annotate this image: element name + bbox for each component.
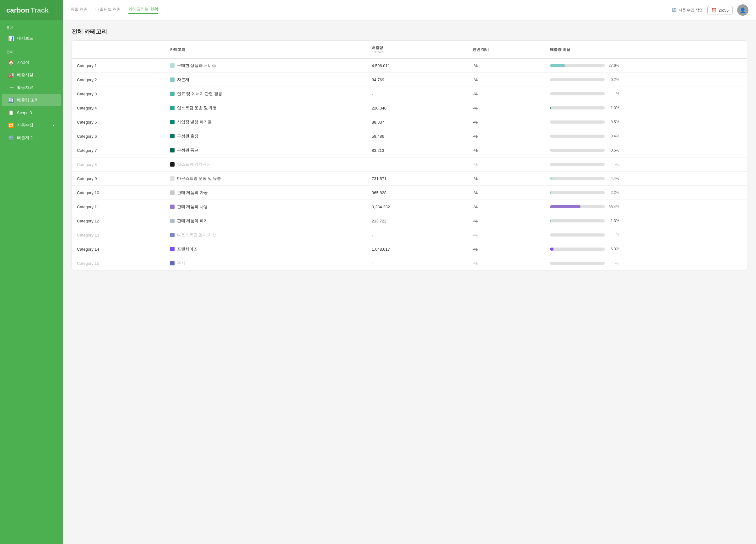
auto-collect-button[interactable]: 🔄 자동 수집 작업 xyxy=(672,8,703,13)
cell-emission: 731.571 xyxy=(367,172,467,186)
bar-fill xyxy=(550,149,550,152)
category-name-text: 구매한 상품과 서비스 xyxy=(177,63,216,68)
bar-background xyxy=(550,64,605,67)
cell-category-name: 다운스트림 운송 및 유통 xyxy=(165,172,367,186)
bar-background xyxy=(550,149,605,152)
sidebar-item-emission-coeff[interactable]: ⚙️ 배출계수 xyxy=(2,132,61,144)
cell-emission-ratio: 0.2% xyxy=(545,73,747,87)
col-header-category-name: 카테고리 xyxy=(165,41,367,59)
tab-by-category[interactable]: 카테고리별 현황 xyxy=(128,6,158,14)
col-header-prev-year: 전년 대비 xyxy=(467,41,545,59)
bar-fill xyxy=(550,219,551,223)
category-name-text: 판매 제품의 폐기 xyxy=(177,218,208,224)
category-name-text: 업스트림 운송 및 유통 xyxy=(177,105,217,111)
sidebar-item-business[interactable]: 🏠 사업장 xyxy=(2,57,61,68)
table-row: Category 10판매 제품의 가공365.828-%2.2% xyxy=(72,186,747,200)
sidebar-item-auto-collect[interactable]: 🔁 자동수집 ▾ xyxy=(2,119,61,131)
bar-background xyxy=(550,219,605,223)
table-row: Category 4업스트림 운송 및 유통220.340-%1.3% xyxy=(72,101,747,115)
cell-emission: 220.340 xyxy=(367,101,467,115)
sidebar-item-emission-facility[interactable]: 🏭 배출시설 xyxy=(2,69,61,81)
category-color-indicator xyxy=(170,176,175,181)
category-name-text: 다운스트림 운송 및 유통 xyxy=(177,176,221,181)
bar-background xyxy=(550,163,605,166)
category-color-indicator xyxy=(170,233,175,237)
cell-emission-ratio: 0.5% xyxy=(545,143,747,158)
cell-emission-ratio: 4.4% xyxy=(545,172,747,186)
cell-emission-ratio: 6.3% xyxy=(545,242,747,256)
cell-category-name: 업스트림 임차자산 xyxy=(165,158,367,172)
bar-fill xyxy=(550,121,550,124)
bar-percentage-label: 0.5% xyxy=(607,148,619,153)
table-row: Category 14프랜차이즈1,048.017-%6.3% xyxy=(72,242,747,256)
page-title: 전체 카테고리 xyxy=(72,28,747,35)
cell-category-id: Category 5 xyxy=(72,115,165,129)
user-icon: 👤 xyxy=(740,7,746,13)
cell-category-name: 다운스트림 임대 자산 xyxy=(165,228,367,242)
cell-prev-year: -% xyxy=(467,158,545,172)
activity-icon: 〰 xyxy=(8,85,14,90)
table-row: Category 2자본재34.769-%0.2% xyxy=(72,73,747,87)
logo-carbon: carbon xyxy=(6,6,29,14)
table-row: Category 12판매 제품의 폐기213.722-%1.3% xyxy=(72,214,747,228)
category-color-indicator xyxy=(170,134,175,138)
header: 종합 현황 배출원별 현황 카테고리별 현황 🔄 자동 수집 작업 ⏰ 26:5… xyxy=(63,0,756,20)
bar-percentage-label: 27.6% xyxy=(607,63,619,68)
cell-category-id: Category 10 xyxy=(72,186,165,200)
tab-comprehensive[interactable]: 종합 현황 xyxy=(70,7,88,13)
table-row: Category 8업스트림 임차자산--%-% xyxy=(72,158,747,172)
bar-background xyxy=(550,106,605,110)
cell-category-id: Category 9 xyxy=(72,172,165,186)
cell-prev-year: -% xyxy=(467,172,545,186)
table-row: Category 6구성원 출장59.486-%0.4% xyxy=(72,129,747,143)
sidebar-item-label-dashboard: 대시보드 xyxy=(17,35,55,41)
cell-emission-ratio: 27.6% xyxy=(545,59,747,73)
category-name-text: 구성원 출장 xyxy=(177,133,199,139)
header-tabs: 종합 현황 배출원별 현황 카테고리별 현황 xyxy=(70,6,158,14)
bar-background xyxy=(550,121,605,124)
home-icon: 🏠 xyxy=(8,60,14,65)
bar-background xyxy=(550,205,605,208)
sidebar-item-emission-inquiry[interactable]: 🔄 배출량 조회 xyxy=(2,94,61,106)
bar-percentage-label: -% xyxy=(607,233,619,237)
cell-emission-ratio: -% xyxy=(545,256,747,271)
cell-category-name: 판매 제품의 폐기 xyxy=(165,214,367,228)
category-color-indicator xyxy=(170,148,175,153)
cell-category-name: 판매 제품의 사용 xyxy=(165,200,367,214)
bar-background xyxy=(550,191,605,194)
bar-percentage-label: 0.4% xyxy=(607,134,619,138)
refresh-icon: 🔄 xyxy=(8,97,14,103)
tab-by-source[interactable]: 배출원별 현황 xyxy=(95,7,121,13)
table-row: Category 7구성원 통근83.213-%0.5% xyxy=(72,143,747,158)
cell-category-id: Category 12 xyxy=(72,214,165,228)
bar-background xyxy=(550,248,605,251)
sidebar-item-dashboard[interactable]: 📊 대시보드 xyxy=(2,32,61,44)
cell-category-name: 구성원 통근 xyxy=(165,143,367,158)
sidebar-item-scope3[interactable]: 📋 Scope 3 xyxy=(2,107,61,119)
bar-background xyxy=(550,92,605,95)
cell-emission-ratio: -% xyxy=(545,158,747,172)
bar-percentage-label: 0.2% xyxy=(607,78,619,82)
timer-button[interactable]: ⏰ 26:55 xyxy=(707,6,733,14)
cell-category-name: 사업장 발생 폐기물 xyxy=(165,115,367,129)
col-header-category-id xyxy=(72,41,165,59)
cell-category-id: Category 15 xyxy=(72,256,165,271)
gear-icon: ⚙️ xyxy=(8,135,14,141)
sidebar-item-label-emission-facility: 배출시설 xyxy=(17,72,55,78)
section-label-manage: 관리 xyxy=(0,45,63,56)
sidebar-item-label-scope3: Scope 3 xyxy=(17,110,55,115)
cell-prev-year: -% xyxy=(467,115,545,129)
cell-emission: 1,048.017 xyxy=(367,242,467,256)
category-color-indicator xyxy=(170,106,175,110)
cell-prev-year: -% xyxy=(467,143,545,158)
category-table: 카테고리 배출량 tCO2-eq 전년 대비 배출량 비율 Category 1… xyxy=(72,41,747,270)
sync-small-icon: 🔄 xyxy=(672,8,677,12)
cell-category-id: Category 1 xyxy=(72,59,165,73)
table-row: Category 11판매 제품의 사용9,234.232-%55.4% xyxy=(72,200,747,214)
cell-emission: 83.213 xyxy=(367,143,467,158)
bar-percentage-label: 1.3% xyxy=(607,106,619,110)
sidebar-item-activity-data[interactable]: 〰 활동자료 xyxy=(2,82,61,94)
bar-percentage-label: 6.3% xyxy=(607,247,619,251)
avatar[interactable]: 👤 xyxy=(737,4,748,16)
cell-emission: - xyxy=(367,256,467,271)
